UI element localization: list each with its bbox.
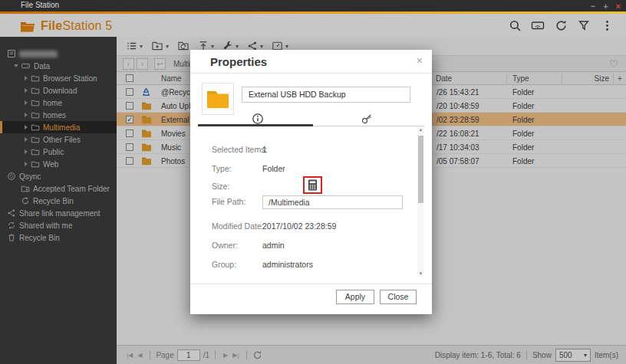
field-value: 2017/10/02 23:28:59	[262, 221, 336, 231]
file-station-app: File Station − + × FileStation 5	[0, 0, 626, 364]
field-label: Type:	[212, 164, 232, 173]
field-label: Size:	[212, 182, 229, 191]
window-tab-label: File Station	[21, 1, 59, 9]
calculator-icon[interactable]	[308, 179, 318, 191]
window-close-button[interactable]: ×	[616, 2, 621, 11]
field-label: Group:	[212, 260, 236, 269]
dialog-divider	[190, 284, 432, 284]
dialog-scrollbar[interactable]: ▲ ▼	[417, 126, 424, 277]
close-button[interactable]: Close	[380, 290, 417, 304]
apply-button[interactable]: Apply	[336, 290, 374, 304]
field-label: Modified Date:	[212, 221, 264, 231]
size-calculator-highlight	[303, 176, 322, 194]
field-label: Selected Items:	[212, 145, 267, 154]
scrollbar-thumb[interactable]	[418, 136, 423, 203]
window-minimize-button[interactable]: −	[591, 2, 595, 11]
field-value: 1	[262, 145, 267, 154]
field-label: File Path:	[212, 197, 245, 206]
field-value: administrators	[262, 260, 313, 269]
dialog-fields: Selected Items:1Type:FolderSize:File Pat…	[190, 50, 432, 314]
scroll-down-icon[interactable]: ▼	[417, 271, 424, 276]
field-label: Owner:	[212, 241, 238, 250]
scroll-up-icon[interactable]: ▲	[417, 127, 424, 132]
window-maximize-button[interactable]: +	[603, 2, 608, 11]
file-path-input[interactable]: /Multimedia	[262, 195, 403, 209]
field-value: Folder	[262, 164, 285, 173]
properties-dialog: Properties × External USB HDD Backup Sel…	[190, 50, 432, 314]
window-titlebar: File Station − + ×	[0, 0, 626, 11]
field-value: admin	[262, 241, 285, 250]
